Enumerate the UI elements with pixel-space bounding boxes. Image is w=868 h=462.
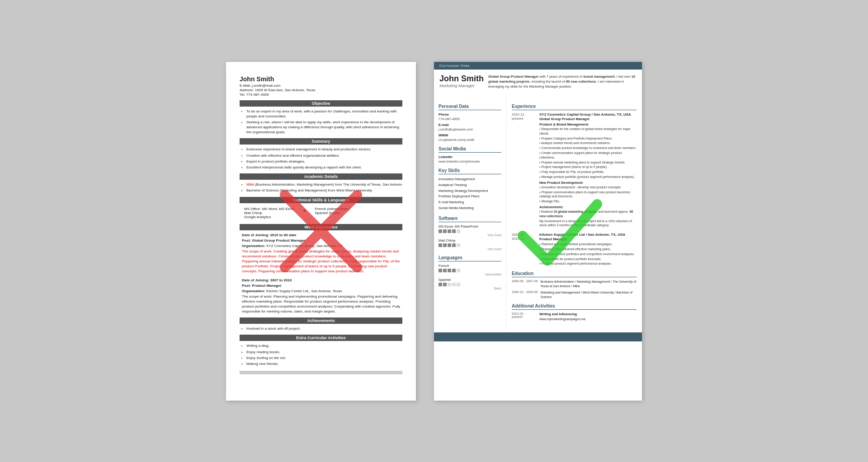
experience-title: Experience: [512, 104, 637, 110]
skill-item: Social Media Marketing: [439, 205, 501, 211]
add-date-start: 2012-01 -: [512, 312, 525, 315]
phone-label: Phone: [439, 112, 501, 117]
list-item: Making new friends.: [246, 361, 402, 366]
software-level-2: Very Good: [439, 247, 501, 251]
lang-name-1: French: [439, 264, 501, 268]
work1-post: Post: Global Group Product Manager: [242, 238, 306, 243]
edu-text-2: Marketing and Management / West Miami Un…: [541, 290, 637, 299]
new-product-bullets: Innovation development - develop new pro…: [539, 185, 637, 204]
dot-empty: [457, 229, 460, 233]
exp-content-1: XYZ Cosmetics Capital Group / San Antoni…: [539, 112, 637, 228]
mba-text: MBA: [246, 182, 254, 187]
list-item: Creative with effective and efficient or…: [246, 153, 402, 158]
lang-item-1: French Intermediate: [439, 264, 501, 276]
left-address: Address: 1905 W East Ave, San Antonio, T…: [240, 88, 402, 92]
work2-org: Organization:: [242, 289, 266, 293]
skill-item: Mail Chimp: [244, 211, 294, 215]
page-container: John Smith E-Mail: j.smith@mail.com Addr…: [208, 44, 660, 419]
linkedin-label: LinkedIn: [439, 155, 501, 159]
left-summary-list: Extensive experience in brand management…: [240, 147, 402, 170]
skill-item: Spanish (basic): [315, 211, 349, 215]
skill-item: E-mail Marketing: [439, 200, 501, 205]
software-item-1: MS Excel, MS PowerPoint Very Good: [439, 224, 501, 237]
work2-org-val: Kitchen Supply Center Ltd., San Antonio,…: [266, 289, 342, 293]
dot: [443, 269, 447, 272]
dot-empty: [448, 283, 451, 286]
linkedin-val: www.linkedin.com/johnsutw: [439, 159, 501, 163]
exp-date-start-2: 2007-09 -: [512, 233, 537, 237]
bullet-item: Prepared and delivered effective marketi…: [539, 247, 637, 252]
dot: [443, 229, 447, 233]
skills-bullet: •: [303, 207, 306, 219]
work1-date: Date of Joining: 2010 to till date: [242, 233, 296, 237]
list-item: Expert in product portfolio strategies.: [246, 159, 402, 164]
mba-detail: (Business Administration, Marketing Mana…: [255, 182, 402, 187]
software-name-1: MS Excel, MS PowerPoint: [439, 224, 501, 229]
resume-good: Curriculum Vitae John Smith Marketing Ma…: [434, 62, 642, 401]
exp-company-2: Kitchen Supply Center Ltd / San Antonio,…: [539, 233, 637, 237]
education-title: Education: [512, 271, 637, 277]
dot: [448, 243, 451, 247]
lang-dots-1: [439, 269, 501, 272]
left-tel: Tel: 774-987-4009: [240, 93, 402, 97]
bullet-item: Prepare Category and Portfolio Deploymen…: [539, 136, 637, 141]
work1-org: Organization:: [242, 244, 266, 248]
bullet-item: Responsible for product portfolio foreca…: [539, 257, 637, 261]
www-label: WWW: [439, 133, 501, 137]
exp-row-2: 2007-09 - 2010-11 Kitchen Supply Center …: [512, 233, 637, 266]
edu-text-1: Business Administration / Marketing Mana…: [541, 280, 637, 289]
skill-item: Analytical Thinking: [439, 182, 501, 188]
left-academic-list: MBA (Business Administration, Marketing …: [240, 182, 402, 193]
lang-level-1: Intermediate: [439, 273, 501, 276]
list-item: Involved in a stock sell-off project.: [246, 326, 402, 331]
list-item: To be an expert in my area of work, with…: [246, 109, 402, 119]
bullet-item: Provided product portfolios and competit…: [539, 252, 637, 257]
www-val: cv.uptowork.com/j.smith: [439, 138, 501, 142]
social-media-title: Social Media: [439, 146, 501, 153]
left-work-block-2: Date of Joining: 2007 to 2010 Post: Prod…: [240, 278, 402, 314]
achievements-label: Achievements:: [539, 205, 637, 209]
work2-scope: The scope of work: Planning and implemen…: [242, 294, 400, 314]
software-level-1: Very Good: [439, 233, 501, 237]
bullet-item: Fully responsible for P&L of product por…: [539, 170, 637, 174]
additional-title: Additional Activities: [512, 303, 637, 310]
right-column: Experience 2010-12 - present XYZ Cosmeti…: [506, 94, 642, 329]
lang-dots-2: [439, 283, 501, 286]
additional-title-text: Writing and Influencing: [539, 312, 637, 317]
dot: [448, 229, 451, 233]
list-item: Writing a blog.: [246, 343, 402, 348]
left-work-header: Work Experience: [240, 224, 402, 230]
cv-top-bar: Curriculum Vitae: [434, 62, 642, 70]
resume-bad: John Smith E-Mail: j.smith@mail.com Addr…: [226, 62, 416, 401]
lang-item-2: Spanish Basic: [439, 278, 501, 290]
left-footer-bar: [240, 371, 402, 374]
left-column: Personal Data Phone 774-987-4009 E-mail …: [434, 94, 506, 329]
new-product-label: New Product Development:: [539, 181, 637, 185]
key-skills-list: Innovation Management Analytical Thinkin…: [439, 177, 501, 211]
bullet-item: Communicate product knowledge to custome…: [539, 146, 637, 150]
software-dots-2: [439, 243, 501, 247]
dot-empty: [457, 269, 460, 272]
dot: [452, 229, 456, 233]
dot: [452, 243, 456, 247]
email-label: E-mail: [439, 123, 501, 127]
list-item: Seeking a role, where I will be able to …: [246, 120, 402, 135]
exp-bullets-1: Responsible for the creation of global b…: [539, 127, 637, 179]
exp-row-1: 2010-12 - present XYZ Cosmetics Capital …: [512, 112, 637, 228]
work2-date: Date of Joining: 2007 to 2010: [242, 278, 292, 282]
exp-job-1: 2010-12 - present XYZ Cosmetics Capital …: [512, 112, 637, 228]
exp-date-2: 2007-09 - 2010-11: [512, 233, 537, 266]
dot: [443, 283, 447, 286]
skills-right-col: French (intermediate) Spanish (basic): [315, 207, 349, 219]
list-item: Extensive experience in brand management…: [246, 147, 402, 152]
exp-role-1: Global Group Product Manager: [539, 117, 637, 121]
edu-date-1: 2005-09 - 2007-05: [512, 280, 538, 289]
dot-empty: [457, 283, 460, 286]
software-item-2: Mail Chimp Very Good: [439, 238, 501, 251]
dot: [439, 269, 442, 272]
skill-item: Google Analytics: [244, 215, 294, 219]
software-name-2: Mail Chimp: [439, 238, 501, 243]
exp-bullets-2: Planned and implemented promotional camp…: [539, 242, 637, 266]
right-name: John Smith: [439, 74, 484, 84]
additional-content-1: Writing and Influencing www.mymarketingc…: [539, 312, 637, 321]
